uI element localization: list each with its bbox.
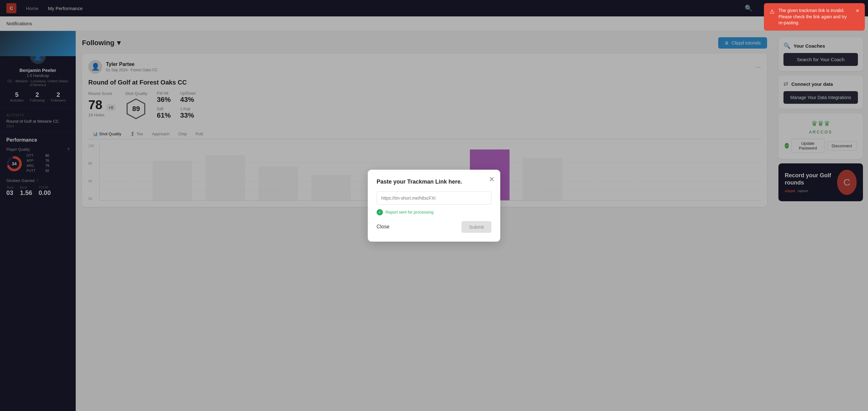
modal-close-button[interactable]: Close <box>377 224 390 230</box>
toast-message: The given trackman link is invalid. Plea… <box>778 7 849 26</box>
modal-submit-button[interactable]: Submit <box>461 221 491 233</box>
toast-close-button[interactable]: × <box>856 7 859 14</box>
success-check-icon: ✓ <box>377 209 383 215</box>
warning-icon: ⚠ <box>770 8 775 16</box>
modal-close-icon-button[interactable]: ✕ <box>489 176 495 184</box>
success-text: Report sent for processing <box>385 210 433 215</box>
modal-actions: Close Submit <box>377 221 491 233</box>
error-toast: ⚠ The given trackman link is invalid. Pl… <box>764 3 865 31</box>
trackman-link-input[interactable] <box>377 191 491 205</box>
trackman-modal: Paste your Trackman Link here. ✕ ✓ Repor… <box>368 170 500 242</box>
modal-overlay: Paste your Trackman Link here. ✕ ✓ Repor… <box>0 0 868 411</box>
modal-success-message: ✓ Report sent for processing <box>377 209 491 215</box>
modal-title: Paste your Trackman Link here. <box>377 179 491 185</box>
